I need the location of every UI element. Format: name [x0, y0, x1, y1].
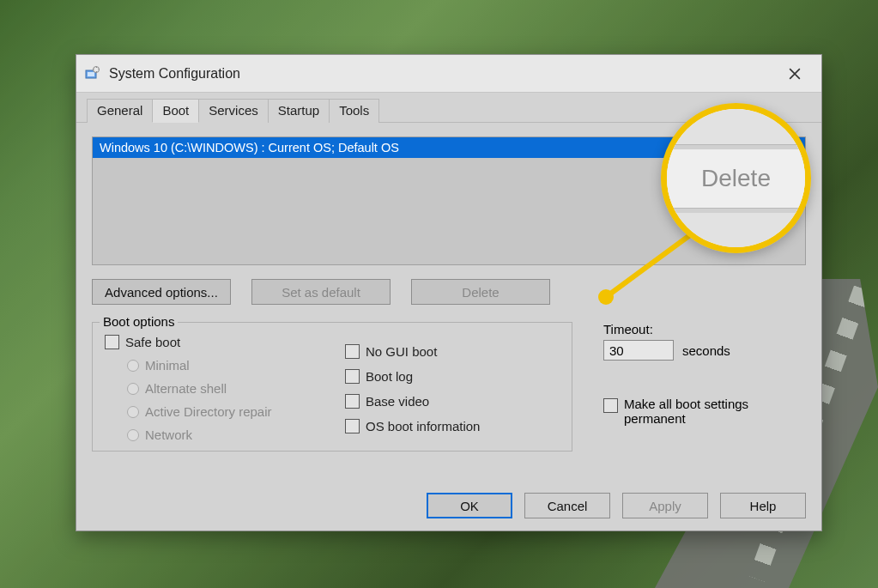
- advanced-options-button[interactable]: Advanced options...: [92, 279, 231, 305]
- timeout-label: Timeout:: [603, 322, 770, 336]
- radio-icon: [127, 429, 139, 441]
- window-title: System Configuration: [109, 66, 240, 82]
- safe-boot-network-radio: Network: [127, 427, 319, 442]
- cancel-button[interactable]: Cancel: [524, 493, 610, 518]
- ok-button[interactable]: OK: [427, 493, 512, 518]
- callout-zoom-label: Delete: [667, 149, 805, 208]
- safe-boot-label: Safe boot: [125, 335, 180, 349]
- checkbox-icon: [345, 394, 360, 409]
- safe-boot-minimal-label: Minimal: [145, 358, 190, 373]
- checkbox-icon: [345, 344, 360, 359]
- set-as-default-button[interactable]: Set as default: [251, 279, 391, 305]
- help-button[interactable]: Help: [720, 493, 806, 518]
- radio-icon: [127, 383, 139, 395]
- callout-origin-dot: [598, 289, 614, 305]
- boot-options-group: Boot options Safe boot Minimal: [92, 322, 572, 452]
- safe-boot-altshell-label: Alternate shell: [145, 381, 227, 396]
- radio-icon: [127, 360, 139, 372]
- delete-button[interactable]: Delete: [411, 279, 550, 305]
- checkbox-icon: [345, 419, 360, 433]
- safe-boot-network-label: Network: [145, 427, 192, 442]
- boot-options-legend: Boot options: [100, 314, 178, 329]
- close-icon: [789, 68, 801, 80]
- safe-boot-minimal-radio: Minimal: [127, 358, 319, 373]
- make-permanent-checkbox[interactable]: Make all boot settings permanent: [603, 397, 770, 426]
- tab-general[interactable]: General: [87, 99, 153, 123]
- make-permanent-label: Make all boot settings permanent: [624, 397, 770, 426]
- checkbox-icon: [105, 335, 119, 349]
- safe-boot-adrepair-label: Active Directory repair: [145, 404, 272, 419]
- timeout-panel: Timeout: seconds Make all boot settings …: [603, 322, 770, 452]
- no-gui-boot-label: No GUI boot: [366, 344, 437, 359]
- dialog-button-bar: OK Cancel Apply Help: [76, 482, 821, 530]
- close-button[interactable]: [775, 55, 814, 92]
- safe-boot-checkbox[interactable]: Safe boot: [105, 335, 319, 349]
- timeout-unit: seconds: [682, 343, 730, 358]
- boot-log-label: Boot log: [366, 369, 413, 384]
- boot-log-checkbox[interactable]: Boot log: [345, 369, 560, 384]
- checkbox-icon: [603, 398, 618, 413]
- titlebar: System Configuration: [76, 55, 821, 93]
- msconfig-icon: [85, 66, 100, 82]
- os-boot-info-checkbox[interactable]: OS boot information: [345, 419, 560, 433]
- timeout-input[interactable]: [603, 340, 674, 361]
- boot-options-row: Boot options Safe boot Minimal: [92, 322, 806, 452]
- os-boot-info-label: OS boot information: [366, 419, 480, 433]
- svg-rect-1: [88, 72, 94, 76]
- no-gui-boot-checkbox[interactable]: No GUI boot: [345, 344, 560, 359]
- tab-boot[interactable]: Boot: [152, 99, 199, 123]
- checkbox-icon: [345, 369, 360, 384]
- tab-startup[interactable]: Startup: [268, 99, 330, 123]
- tab-services[interactable]: Services: [198, 99, 269, 123]
- os-list-buttons: Advanced options... Set as default Delet…: [92, 279, 806, 305]
- radio-icon: [127, 406, 139, 418]
- safe-boot-altshell-radio: Alternate shell: [127, 381, 319, 396]
- base-video-label: Base video: [366, 394, 429, 409]
- tab-tools[interactable]: Tools: [329, 99, 379, 123]
- safe-boot-adrepair-radio: Active Directory repair: [127, 404, 319, 419]
- apply-button[interactable]: Apply: [622, 493, 708, 518]
- callout-zoom-circle: Delete: [661, 103, 811, 253]
- base-video-checkbox[interactable]: Base video: [345, 394, 560, 409]
